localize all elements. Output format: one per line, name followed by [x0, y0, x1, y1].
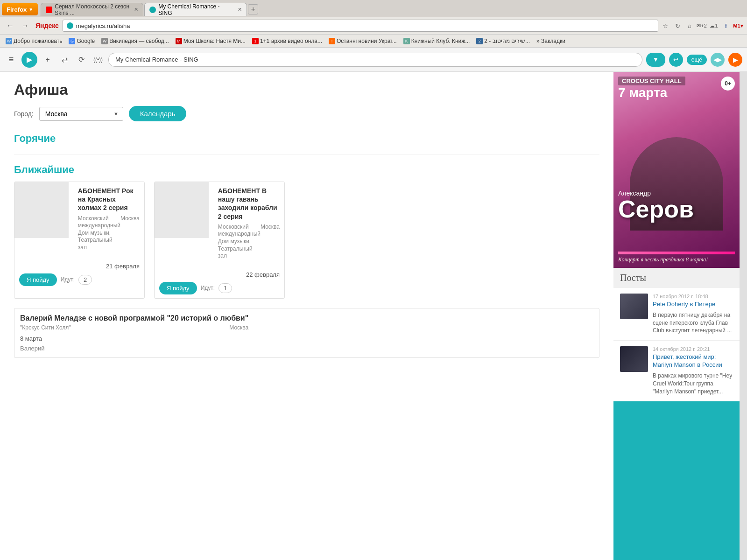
post-thumb-image-0: [620, 294, 648, 319]
home-button[interactable]: ⌂: [684, 21, 695, 31]
bookmark-ukr[interactable]: ! Останні новини Украї...: [327, 37, 399, 45]
bookmark-label-5: Останні новини Украї...: [337, 38, 397, 44]
green-action-button[interactable]: ◀▶: [711, 53, 725, 67]
prev-button[interactable]: ⟳: [75, 53, 88, 66]
bookmark-myschool[interactable]: M Моя Школа: Настя Ми...: [174, 37, 247, 45]
bookmark-label-2: Википедия — свобод...: [109, 38, 169, 44]
bookmark-label-8: » Закладки: [536, 38, 565, 44]
facebook-button[interactable]: f: [721, 21, 731, 31]
bookmark-icon-3: M: [176, 38, 182, 44]
eq-button[interactable]: ((•)): [92, 53, 105, 66]
repeat-button[interactable]: ↩: [669, 53, 683, 67]
bookmark-icon-4: 1: [252, 38, 259, 44]
event-full-go-label: Валерий: [20, 345, 44, 352]
event-card-image-1: [155, 182, 209, 238]
going-count-1: 1: [218, 283, 232, 293]
more-button[interactable]: ещё: [687, 55, 707, 65]
event-card-top-0: АБОНЕМЕНТ Рок на Красных холмах 2 серия …: [14, 182, 144, 256]
bookmark-welcome[interactable]: W Добро пожаловать: [4, 37, 64, 45]
post-item-0: 17 ноября 2012 г. 18:48 Pete Doherty в П…: [613, 288, 740, 341]
track-dropdown[interactable]: ▼: [646, 53, 665, 67]
calendar-button[interactable]: Календарь: [129, 106, 187, 121]
bookmark-label-1: Google: [77, 38, 95, 44]
post-thumb-0: [620, 294, 648, 319]
city-row: Город: Москва Календарь: [14, 106, 599, 121]
event-full-date: 8 марта: [20, 335, 42, 342]
bookmark-icon-6: K: [403, 38, 410, 44]
bookmark-icon-0: W: [6, 38, 12, 44]
going-count-0: 2: [78, 275, 92, 285]
address-bar-favicon: [67, 22, 73, 29]
event-full-left: Валерий Меладзе с новой программой "20 и…: [20, 314, 248, 331]
tab-close-0[interactable]: ✕: [134, 7, 138, 13]
bookmark-11[interactable]: 1 1+1 архив видео онла...: [250, 37, 324, 45]
email-button[interactable]: ✉+2: [697, 21, 707, 31]
scrollbar[interactable]: [740, 72, 747, 560]
event-full-city: Москва: [229, 324, 248, 331]
forward-button[interactable]: →: [19, 21, 32, 31]
event-card-date-0: 21 февраля: [19, 263, 140, 270]
tab-active[interactable]: My Chemical Romance - SING ✕: [144, 3, 247, 16]
player-bar: ≡ ▶ + ⇄ ⟳ ((•)) ▼ ↩ ещё ◀▶ ▶: [0, 48, 747, 72]
event-card-buttons-0: Я пойду Идут: 2: [19, 273, 140, 286]
event-card-image-0: [14, 182, 69, 238]
bookmark-label-6: Книжный Клуб. Книж...: [411, 38, 470, 44]
post-meta-0: 17 ноября 2012 г. 18:48: [653, 294, 733, 299]
post-thumb-image-1: [620, 346, 648, 372]
event-full-venue-name: "Крокус Сити Холл": [20, 324, 71, 331]
event-full-actions: Валерий: [20, 345, 593, 352]
bookmark-songs[interactable]: 2 2 - שירים מהיטוב...: [474, 37, 532, 45]
tab-favicon-0: [46, 7, 52, 13]
tab-close-1[interactable]: ✕: [238, 7, 242, 13]
menu-button[interactable]: ≡: [5, 53, 18, 66]
event-card-city-1: Москва: [261, 224, 280, 230]
ad-age: 0+: [721, 77, 735, 91]
add-button[interactable]: +: [41, 53, 54, 66]
event-full-date-row: 8 марта: [20, 335, 593, 342]
ad-subtitle: Концерт в честь праздника 8 марта!: [618, 256, 735, 263]
ad-subtitle-area: Концерт в честь праздника 8 марта!: [618, 252, 735, 263]
post-item-1: 14 октября 2012 г. 20:21 Привет, жестоки…: [613, 341, 740, 401]
bookmark-label-0: Добро пожаловать: [14, 38, 62, 44]
post-meta-1: 14 октября 2012 г. 20:21: [653, 346, 733, 352]
event-card-top-1: АБОНЕМЕНТ В нашу гавань заходили корабли…: [155, 182, 284, 265]
orange-action-button[interactable]: ▶: [728, 53, 742, 67]
posts-header: Посты: [613, 268, 740, 288]
nav-bar: ← → Яндекс megalyrics.ru/afisha ☆ ↻ ⌂ ✉+…: [0, 17, 747, 35]
bookmark-star-button[interactable]: ☆: [660, 21, 670, 31]
event-card-venue-1: Московский международный Дом музыки, Теа…: [218, 224, 261, 260]
back-button[interactable]: ←: [4, 21, 17, 31]
cloud-button[interactable]: ☁1: [709, 21, 719, 31]
ad-banner[interactable]: CROCUS CITY HALL 7 марта 0+ Александр Се…: [613, 72, 740, 268]
new-tab-button[interactable]: +: [248, 4, 258, 14]
go-button-0[interactable]: Я пойду: [19, 273, 57, 286]
address-bar[interactable]: megalyrics.ru/afisha: [63, 20, 658, 32]
event-card-buttons-1: Я пойду Идут: 1: [159, 282, 280, 294]
going-label-1: Идут:: [201, 285, 215, 291]
bookmark-icon-7: 2: [476, 38, 483, 44]
refresh-button[interactable]: ↻: [672, 21, 683, 31]
ad-artist-text: Александр Серов: [618, 189, 694, 221]
tab-inactive[interactable]: Сериал Молокососы 2 сезон Skins ... ✕: [41, 3, 143, 16]
going-label-0: Идут:: [61, 276, 75, 283]
event-card-title-1: АБОНЕМЕНТ В нашу гавань заходили корабли…: [218, 187, 280, 221]
bookmark-wikipedia[interactable]: W Википедия — свобод...: [99, 37, 171, 45]
post-title-0[interactable]: Pete Doherty в Питере: [653, 301, 733, 308]
track-input[interactable]: [108, 53, 642, 67]
firefox-menu-button[interactable]: Firefox: [2, 3, 38, 15]
play-button[interactable]: ▶: [21, 52, 37, 68]
bookmark-more[interactable]: » Закладки: [535, 37, 567, 45]
bookmarks-bar: W Добро пожаловать G Google W Википедия …: [0, 35, 747, 48]
event-card-date-1: 22 февраля: [159, 271, 280, 278]
bookmark-google[interactable]: G Google: [67, 37, 97, 45]
go-button-1[interactable]: Я пойду: [159, 282, 197, 294]
bookmark-book[interactable]: K Книжный Клуб. Книж...: [402, 37, 472, 45]
post-title-1[interactable]: Привет, жестокий мир: Marilyn Manson в Р…: [653, 353, 733, 369]
page-layout: Афиша Город: Москва Календарь Горячие Бл…: [0, 72, 747, 560]
city-select[interactable]: Москва: [39, 107, 123, 121]
right-sidebar: CROCUS CITY HALL 7 марта 0+ Александр Се…: [613, 72, 740, 560]
event-card-actions-0: 21 февраля Я пойду Идут: 2: [14, 256, 144, 290]
gmail-button[interactable]: M1▾: [733, 21, 743, 31]
ad-banner-content: CROCUS CITY HALL 7 марта 0+: [613, 72, 740, 105]
shuffle-button[interactable]: ⇄: [58, 53, 71, 66]
